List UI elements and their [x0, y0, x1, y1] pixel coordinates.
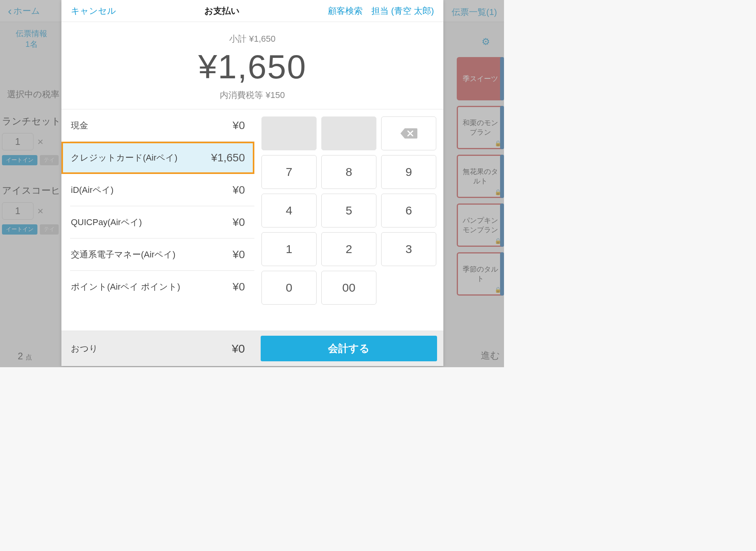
change-amount: ¥0	[232, 342, 245, 355]
key-1[interactable]: 1	[261, 232, 317, 266]
payment-row-quicpay[interactable]: QUICPay(Airペイ) ¥0	[61, 206, 254, 239]
key-00[interactable]: 00	[321, 271, 376, 305]
total-amount: ¥1,650	[61, 47, 443, 86]
key-0[interactable]: 0	[261, 271, 317, 305]
payment-label: クレジットカード(Airペイ)	[71, 152, 178, 164]
payment-amount: ¥0	[233, 248, 245, 261]
key-5[interactable]: 5	[321, 194, 376, 227]
key-blank-1[interactable]	[261, 116, 317, 150]
summary-section: 小計 ¥1,650 ¥1,650 内消費税等 ¥150	[61, 22, 443, 109]
payment-amount: ¥1,650	[211, 152, 245, 164]
payment-amount: ¥0	[233, 119, 245, 132]
payment-label: QUICPay(Airペイ)	[71, 216, 142, 228]
payment-row-transit[interactable]: 交通系電子マネー(Airペイ) ¥0	[61, 239, 254, 271]
payment-label: ポイント(Airペイ ポイント)	[71, 281, 180, 293]
modal-body: 現金 ¥0 クレジットカード(Airペイ) ¥1,650 iD(Airペイ) ¥…	[61, 109, 443, 331]
keypad-section: 7 8 9 4 5 6 1 2 3 0 00	[254, 109, 443, 331]
change-label: おつり	[71, 343, 98, 355]
payment-amount: ¥0	[233, 216, 245, 229]
key-blank-2[interactable]	[321, 116, 376, 150]
customer-search-link[interactable]: 顧客検索	[328, 5, 363, 17]
payment-label: 交通系電子マネー(Airペイ)	[71, 249, 176, 261]
payment-row-id[interactable]: iD(Airペイ) ¥0	[61, 174, 254, 206]
modal-header: キャンセル お支払い 顧客検索 担当 (青空 太郎)	[61, 0, 443, 22]
payment-row-points[interactable]: ポイント(Airペイ ポイント) ¥0	[61, 271, 254, 303]
checkout-button[interactable]: 会計する	[261, 336, 437, 361]
key-9[interactable]: 9	[381, 155, 436, 189]
change-section: おつり ¥0	[61, 331, 254, 366]
keypad: 7 8 9 4 5 6 1 2 3 0 00	[261, 116, 436, 305]
key-7[interactable]: 7	[261, 155, 317, 189]
payment-amount: ¥0	[233, 281, 245, 293]
key-8[interactable]: 8	[321, 155, 376, 189]
key-4[interactable]: 4	[261, 194, 317, 227]
payment-row-creditcard[interactable]: クレジットカード(Airペイ) ¥1,650	[61, 142, 254, 174]
key-backspace[interactable]	[381, 116, 436, 150]
tax-label: 内消費税等 ¥150	[61, 89, 443, 101]
payment-method-list: 現金 ¥0 クレジットカード(Airペイ) ¥1,650 iD(Airペイ) ¥…	[61, 109, 254, 331]
cancel-button[interactable]: キャンセル	[71, 5, 116, 17]
key-2[interactable]: 2	[321, 232, 376, 266]
subtotal-label: 小計 ¥1,650	[61, 33, 443, 45]
payment-modal: キャンセル お支払い 顧客検索 担当 (青空 太郎) 小計 ¥1,650 ¥1,…	[61, 0, 443, 366]
payment-row-cash[interactable]: 現金 ¥0	[61, 109, 254, 142]
payment-label: iD(Airペイ)	[71, 184, 113, 196]
modal-title: お支払い	[204, 5, 240, 17]
key-3[interactable]: 3	[381, 232, 436, 266]
modal-footer: おつり ¥0 会計する	[61, 331, 443, 366]
payment-label: 現金	[71, 120, 88, 131]
backspace-icon	[400, 128, 417, 139]
payment-amount: ¥0	[233, 184, 245, 196]
key-6[interactable]: 6	[381, 194, 436, 227]
staff-link[interactable]: 担当 (青空 太郎)	[371, 5, 434, 17]
